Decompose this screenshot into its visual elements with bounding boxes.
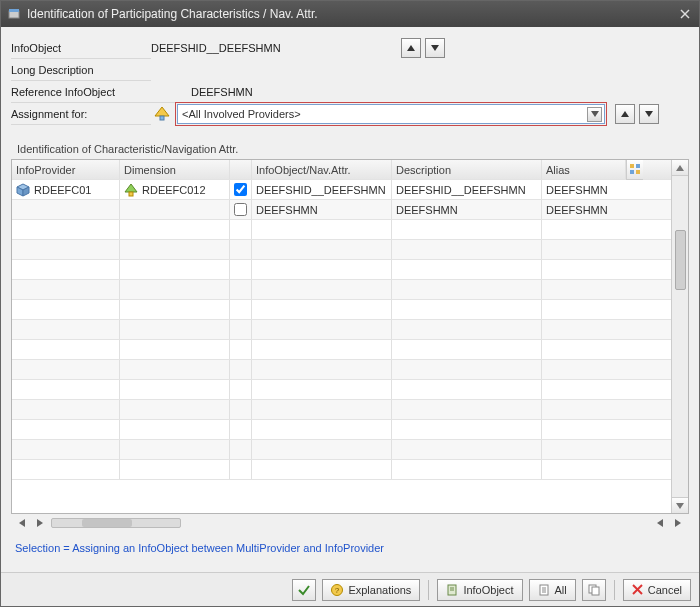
- table-row[interactable]: [12, 420, 671, 440]
- cell-alias: [542, 300, 626, 319]
- grid-config-button[interactable]: [626, 160, 643, 180]
- cell-checkbox: [230, 220, 252, 239]
- col-description[interactable]: Description: [392, 160, 542, 179]
- svg-marker-18: [125, 184, 137, 192]
- label-assign: Assignment for:: [11, 103, 151, 125]
- cell-infoobj: [252, 340, 392, 359]
- table-row[interactable]: [12, 240, 671, 260]
- hscroll-right2-button[interactable]: [671, 516, 685, 530]
- titlebar: Identification of Participating Characte…: [1, 1, 699, 27]
- cell-infoobj: [252, 260, 392, 279]
- table-row[interactable]: [12, 400, 671, 420]
- provider-next-button[interactable]: [639, 104, 659, 124]
- hscroll-thumb[interactable]: [82, 519, 132, 527]
- cancel-button[interactable]: Cancel: [623, 579, 691, 601]
- hscroll-track[interactable]: [51, 518, 181, 528]
- table-row[interactable]: [12, 220, 671, 240]
- table-row[interactable]: DEEFSHMNDEEFSHMNDEEFSHMN: [12, 200, 671, 220]
- table-row[interactable]: [12, 440, 671, 460]
- svg-rect-11: [630, 164, 634, 168]
- col-checkbox[interactable]: [230, 160, 252, 179]
- cell-checkbox: [230, 260, 252, 279]
- table-row[interactable]: [12, 260, 671, 280]
- svg-marker-8: [591, 111, 599, 117]
- table-row[interactable]: [12, 340, 671, 360]
- row-longdesc: Long Description: [11, 59, 689, 81]
- row-assign: Assignment for: <All Involved Providers>: [11, 103, 689, 125]
- svg-marker-6: [155, 107, 169, 116]
- question-icon: ?: [331, 584, 343, 596]
- row-refobj: Reference InfoObject DEEFSHMN: [11, 81, 689, 103]
- all-label: All: [555, 584, 567, 596]
- cell-alias: [542, 220, 626, 239]
- chevron-down-icon[interactable]: [587, 107, 602, 122]
- row-checkbox[interactable]: [234, 203, 247, 216]
- svg-rect-12: [636, 164, 640, 168]
- window-title: Identification of Participating Characte…: [27, 7, 677, 21]
- explanations-button[interactable]: ? Explanations: [322, 579, 420, 601]
- table-row[interactable]: [12, 360, 671, 380]
- cell-description: [392, 400, 542, 419]
- cell-infoobj: [252, 420, 392, 439]
- infoobject-prev-button[interactable]: [401, 38, 421, 58]
- cell-infoprovider: [12, 420, 120, 439]
- document-icon: [538, 584, 550, 596]
- col-infoobj[interactable]: InfoObject/Nav.Attr.: [252, 160, 392, 179]
- table-row[interactable]: [12, 300, 671, 320]
- svg-rect-14: [636, 170, 640, 174]
- table-row[interactable]: [12, 280, 671, 300]
- cell-infoprovider: [12, 220, 120, 239]
- provider-stepper: [615, 104, 659, 124]
- cell-dimension: [120, 400, 230, 419]
- row-checkbox[interactable]: [234, 183, 247, 196]
- all-button[interactable]: All: [529, 579, 576, 601]
- cell-alias: [542, 440, 626, 459]
- table-row[interactable]: [12, 460, 671, 480]
- cell-description: [392, 320, 542, 339]
- svg-rect-19: [129, 192, 133, 196]
- provider-dropdown[interactable]: <All Involved Providers>: [177, 104, 605, 124]
- cell-infoobj: [252, 360, 392, 379]
- cell-infoprovider: [12, 260, 120, 279]
- hscroll-right-button[interactable]: [33, 516, 47, 530]
- value-refobj: DEEFSHMN: [191, 81, 253, 103]
- infoobject-button[interactable]: InfoObject: [437, 579, 522, 601]
- scroll-up-icon[interactable]: [672, 160, 688, 176]
- scroll-down-icon[interactable]: [672, 497, 688, 513]
- table-row[interactable]: RDEEFC01RDEEFC012DEEFSHID__DEEFSHMNDEEFS…: [12, 180, 671, 200]
- vertical-scrollbar[interactable]: [671, 160, 688, 513]
- close-icon[interactable]: [677, 6, 693, 22]
- table-row[interactable]: [12, 380, 671, 400]
- label-longdesc: Long Description: [11, 59, 151, 81]
- cell-infoprovider: [12, 200, 120, 219]
- cell-dimension: [120, 240, 230, 259]
- cell-description: DEEFSHMN: [392, 200, 542, 219]
- copy-button[interactable]: [582, 579, 606, 601]
- cell-infoprovider: [12, 240, 120, 259]
- table-row[interactable]: [12, 320, 671, 340]
- cell-description: [392, 260, 542, 279]
- cell-dimension: [120, 320, 230, 339]
- infoobject-next-button[interactable]: [425, 38, 445, 58]
- hscroll-left-button[interactable]: [15, 516, 29, 530]
- cell-alias: [542, 340, 626, 359]
- svg-marker-4: [407, 45, 415, 51]
- provider-prev-button[interactable]: [615, 104, 635, 124]
- dialog-window: Identification of Participating Characte…: [0, 0, 700, 607]
- cell-checkbox: [230, 420, 252, 439]
- col-alias[interactable]: Alias: [542, 160, 626, 179]
- row-infoobject: InfoObject DEEFSHID__DEEFSHMN: [11, 37, 689, 59]
- cell-infoprovider: [12, 360, 120, 379]
- col-infoprovider[interactable]: InfoProvider: [12, 160, 120, 179]
- hscroll-left2-button[interactable]: [653, 516, 667, 530]
- copy-icon: [588, 584, 600, 596]
- provider-icon: [153, 105, 171, 123]
- col-dimension[interactable]: Dimension: [120, 160, 230, 179]
- cell-infoobj: [252, 440, 392, 459]
- window-icon: [7, 7, 21, 21]
- scroll-thumb[interactable]: [675, 230, 686, 290]
- cell-description: [392, 380, 542, 399]
- cell-dimension: [120, 300, 230, 319]
- ok-button[interactable]: [292, 579, 316, 601]
- explanations-label: Explanations: [348, 584, 411, 596]
